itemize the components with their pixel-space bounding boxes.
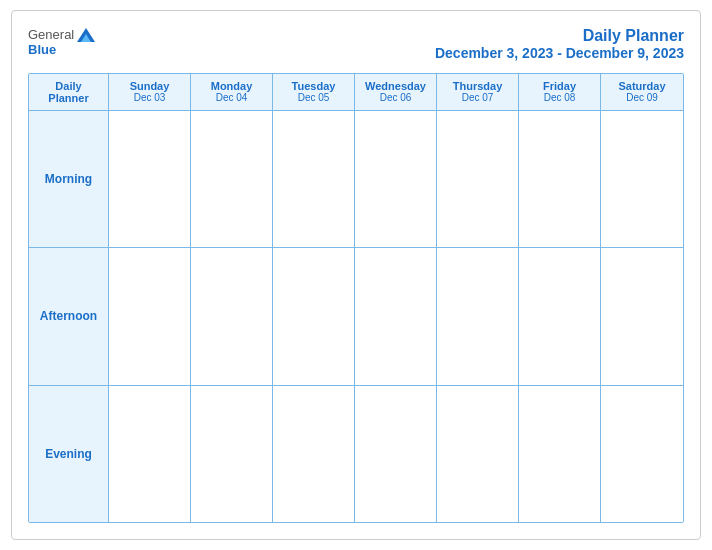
afternoon-thursday[interactable] xyxy=(437,248,519,384)
day-date-5: Dec 08 xyxy=(521,92,598,103)
afternoon-sunday[interactable] xyxy=(109,248,191,384)
row-afternoon: Afternoon xyxy=(29,248,683,385)
day-date-6: Dec 09 xyxy=(603,92,681,103)
morning-saturday[interactable] xyxy=(601,111,683,247)
planner-date-range: December 3, 2023 - December 9, 2023 xyxy=(435,45,684,61)
day-name-5: Friday xyxy=(521,80,598,92)
header-day-4: Thursday Dec 07 xyxy=(437,74,519,110)
day-date-2: Dec 05 xyxy=(275,92,352,103)
evening-saturday[interactable] xyxy=(601,386,683,522)
afternoon-friday[interactable] xyxy=(519,248,601,384)
day-date-4: Dec 07 xyxy=(439,92,516,103)
header-day-0: Sunday Dec 03 xyxy=(109,74,191,110)
day-name-6: Saturday xyxy=(603,80,681,92)
day-name-4: Thursday xyxy=(439,80,516,92)
afternoon-saturday[interactable] xyxy=(601,248,683,384)
logo-icon xyxy=(77,28,95,42)
day-name-1: Monday xyxy=(193,80,270,92)
afternoon-label: Afternoon xyxy=(40,309,97,323)
header-day-1: Monday Dec 04 xyxy=(191,74,273,110)
logo-blue-text: Blue xyxy=(28,42,56,57)
calendar-header: Daily Planner Sunday Dec 03 Monday Dec 0… xyxy=(29,74,683,111)
day-date-1: Dec 04 xyxy=(193,92,270,103)
logo-text: General xyxy=(28,27,95,42)
row-label-evening: Evening xyxy=(29,386,109,522)
row-evening: Evening xyxy=(29,386,683,522)
evening-monday[interactable] xyxy=(191,386,273,522)
header-day-5: Friday Dec 08 xyxy=(519,74,601,110)
afternoon-wednesday[interactable] xyxy=(355,248,437,384)
header-day-3: Wednesday Dec 06 xyxy=(355,74,437,110)
row-morning: Morning xyxy=(29,111,683,248)
morning-friday[interactable] xyxy=(519,111,601,247)
calendar-body: Morning Afternoon xyxy=(29,111,683,522)
row-label-morning: Morning xyxy=(29,111,109,247)
header-label-line1: Daily xyxy=(55,80,81,92)
header-day-6: Saturday Dec 09 xyxy=(601,74,683,110)
header-day-2: Tuesday Dec 05 xyxy=(273,74,355,110)
morning-tuesday[interactable] xyxy=(273,111,355,247)
page: General Blue Daily Planner December 3, 2… xyxy=(11,10,701,540)
evening-tuesday[interactable] xyxy=(273,386,355,522)
evening-sunday[interactable] xyxy=(109,386,191,522)
afternoon-monday[interactable] xyxy=(191,248,273,384)
header: General Blue Daily Planner December 3, 2… xyxy=(28,27,684,61)
planner-title: Daily Planner xyxy=(435,27,684,45)
header-label-cell: Daily Planner xyxy=(29,74,109,110)
logo-general-text: General xyxy=(28,27,74,42)
title-area: Daily Planner December 3, 2023 - Decembe… xyxy=(435,27,684,61)
logo-area: General Blue xyxy=(28,27,95,57)
morning-monday[interactable] xyxy=(191,111,273,247)
morning-label: Morning xyxy=(45,172,92,186)
calendar: Daily Planner Sunday Dec 03 Monday Dec 0… xyxy=(28,73,684,523)
day-name-3: Wednesday xyxy=(357,80,434,92)
day-date-3: Dec 06 xyxy=(357,92,434,103)
day-date-0: Dec 03 xyxy=(111,92,188,103)
evening-label: Evening xyxy=(45,447,92,461)
morning-sunday[interactable] xyxy=(109,111,191,247)
evening-thursday[interactable] xyxy=(437,386,519,522)
day-name-0: Sunday xyxy=(111,80,188,92)
evening-friday[interactable] xyxy=(519,386,601,522)
afternoon-tuesday[interactable] xyxy=(273,248,355,384)
evening-wednesday[interactable] xyxy=(355,386,437,522)
morning-thursday[interactable] xyxy=(437,111,519,247)
header-label-line2: Planner xyxy=(48,92,88,104)
row-label-afternoon: Afternoon xyxy=(29,248,109,384)
morning-wednesday[interactable] xyxy=(355,111,437,247)
logo-blue-label: Blue xyxy=(28,42,56,57)
day-name-2: Tuesday xyxy=(275,80,352,92)
